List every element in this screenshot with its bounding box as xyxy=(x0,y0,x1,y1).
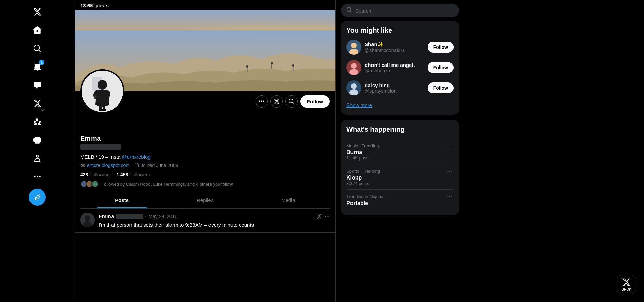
grok-profile-button[interactable] xyxy=(270,95,283,108)
mutual-avatar-3 xyxy=(91,180,99,188)
trending-burna[interactable]: Music · Trending ··· Burna 11.4K posts xyxy=(346,139,454,164)
trending-burna-category: Music · Trending ··· xyxy=(346,142,454,149)
search-bar[interactable] xyxy=(341,4,459,17)
trending-klopp-category: Sports · Trending ··· xyxy=(346,168,454,175)
suggest-avatar-daisy xyxy=(346,80,361,95)
posts-count-header: 13.6K posts xyxy=(75,0,335,10)
trending-nigeria-category: Trending in Nigeria ··· xyxy=(346,193,454,200)
suggest-info-shan: Shan✨ @shanmcdonald16 xyxy=(365,41,424,53)
profile-name: Emma xyxy=(80,135,330,143)
tweet-grok-icon[interactable] xyxy=(316,213,322,220)
tweet-body: Emma · May 29, 2016 ··· I'm that person … xyxy=(99,213,330,228)
svg-point-10 xyxy=(98,80,107,90)
avatar-silhouette xyxy=(82,71,123,112)
suggest-handle-shan: @shanmcdonald16 xyxy=(365,48,424,53)
show-more-link[interactable]: Show more xyxy=(346,101,454,109)
more-options-button[interactable]: ••• xyxy=(256,95,268,108)
follow-counts: 438 Following 1,458 Followers xyxy=(80,172,330,177)
trending-nigeria-more[interactable]: ··· xyxy=(446,193,454,200)
avatar xyxy=(80,69,124,113)
follow-daisy-button[interactable]: Follow xyxy=(428,82,454,93)
search-input[interactable] xyxy=(355,8,454,14)
tweet-grok-area: ··· xyxy=(316,213,330,220)
happening-title: What's happening xyxy=(346,126,454,133)
svg-point-20 xyxy=(351,43,357,48)
tab-posts[interactable]: Posts xyxy=(80,192,163,208)
svg-point-6 xyxy=(292,64,294,67)
suggest-handle-daisy: @spraysmelon xyxy=(365,88,424,94)
left-sidebar: 1 AI xyxy=(0,0,75,302)
tweet-author-name: Emma xyxy=(99,213,114,219)
x-logo-icon[interactable] xyxy=(29,3,46,20)
search-nav-icon[interactable] xyxy=(29,40,46,57)
might-like-title: You might like xyxy=(346,26,454,34)
compose-button[interactable] xyxy=(29,189,46,206)
tweet-header: Emma · May 29, 2016 ··· xyxy=(99,213,330,220)
profile-tabs: Posts Replies Media xyxy=(80,192,330,209)
tweet-more-button[interactable]: ··· xyxy=(325,213,330,220)
grok-fab-label: GROK xyxy=(621,288,631,291)
profile-nav-icon[interactable] xyxy=(29,150,46,167)
trending-nigeria[interactable]: Trending in Nigeria ··· Portable xyxy=(346,190,454,210)
svg-point-17 xyxy=(85,215,90,221)
tweet-username xyxy=(116,214,143,219)
search-bar-icon xyxy=(346,7,353,14)
trending-klopp-more[interactable]: ··· xyxy=(446,168,454,175)
tweet-text: I'm that person that sets their alarm to… xyxy=(99,221,330,228)
trending-burna-more[interactable]: ··· xyxy=(446,142,454,149)
svg-point-2 xyxy=(246,65,248,68)
trending-burna-posts: 11.4K posts xyxy=(346,155,454,161)
svg-point-26 xyxy=(351,83,357,89)
suggest-item-shan: Shan✨ @shanmcdonald16 Follow xyxy=(346,40,454,55)
suggest-name-dhon: dhon't call me angel. xyxy=(365,62,424,68)
suggest-item-dhon: dhon't call me angel. @oshbenzo Follow xyxy=(346,60,454,75)
joined-meta: Joined June 2009 xyxy=(134,163,178,168)
grok-nav-icon[interactable]: AI xyxy=(29,95,46,112)
suggest-item-daisy: daisy bing @spraysmelon Follow xyxy=(346,80,454,95)
whats-happening-widget: What's happening Music · Trending ··· Bu… xyxy=(341,120,459,215)
you-might-like-widget: You might like Shan✨ @shanmcdonald16 Fol… xyxy=(341,21,459,115)
tab-replies[interactable]: Replies xyxy=(163,192,246,208)
follow-shan-button[interactable]: Follow xyxy=(428,42,454,53)
tab-media[interactable]: Media xyxy=(247,192,330,208)
username-bar xyxy=(80,144,121,150)
suggest-avatar-dhon xyxy=(346,60,361,75)
main-content: 13.6K posts xyxy=(75,0,336,302)
profile-meta: emxre.blogspot.com Joined June 2009 xyxy=(80,163,330,168)
suggest-info-daisy: daisy bing @spraysmelon xyxy=(365,82,424,94)
trending-nigeria-name: Portable xyxy=(346,200,454,206)
grok-fab-button[interactable]: GROK xyxy=(617,275,636,294)
more-nav-icon[interactable] xyxy=(29,168,46,185)
suggest-name-shan: Shan✨ xyxy=(365,41,424,48)
follow-main-button[interactable]: Follow xyxy=(300,95,330,108)
home-icon[interactable] xyxy=(29,22,46,39)
trending-klopp-name: Klopp xyxy=(346,175,454,181)
svg-point-14 xyxy=(102,109,106,111)
avatar-inner xyxy=(82,71,123,112)
mutual-followers: Followed by Calum Hood, Luke Hemmings, a… xyxy=(80,180,330,188)
following-count[interactable]: 438 Following xyxy=(80,172,109,177)
search-profile-button[interactable] xyxy=(285,95,298,108)
right-sidebar: You might like Shan✨ @shanmcdonald16 Fol… xyxy=(336,0,464,302)
suggest-name-daisy: daisy bing xyxy=(365,82,424,88)
svg-point-23 xyxy=(351,63,357,69)
trending-klopp-posts: 3,374 posts xyxy=(346,181,454,186)
bio-instagram-link[interactable]: @emxreblog xyxy=(122,154,150,160)
notification-count: 1 xyxy=(39,60,44,65)
svg-point-4 xyxy=(271,62,273,64)
website-link[interactable]: emxre.blogspot.com xyxy=(87,163,130,168)
communities-icon[interactable] xyxy=(29,113,46,130)
suggest-info-dhon: dhon't call me angel. @oshbenzo xyxy=(365,62,424,73)
suggest-avatar-shan xyxy=(346,40,361,55)
grok-fab-icon xyxy=(622,278,631,287)
notifications-icon[interactable]: 1 xyxy=(29,58,46,75)
verified-icon[interactable] xyxy=(29,132,46,149)
tweet-time: May 29, 2016 xyxy=(148,214,177,219)
messages-icon[interactable] xyxy=(29,77,46,94)
tweet-card: Emma · May 29, 2016 ··· I'm that person … xyxy=(75,209,335,233)
follow-dhon-button[interactable]: Follow xyxy=(428,62,454,73)
trending-klopp[interactable]: Sports · Trending ··· Klopp 3,374 posts xyxy=(346,164,454,190)
followers-count[interactable]: 1,458 Followers xyxy=(116,172,150,177)
profile-bio: MELB / 19 – insta @emxreblog xyxy=(80,154,330,160)
trending-burna-name: Burna xyxy=(346,149,454,155)
